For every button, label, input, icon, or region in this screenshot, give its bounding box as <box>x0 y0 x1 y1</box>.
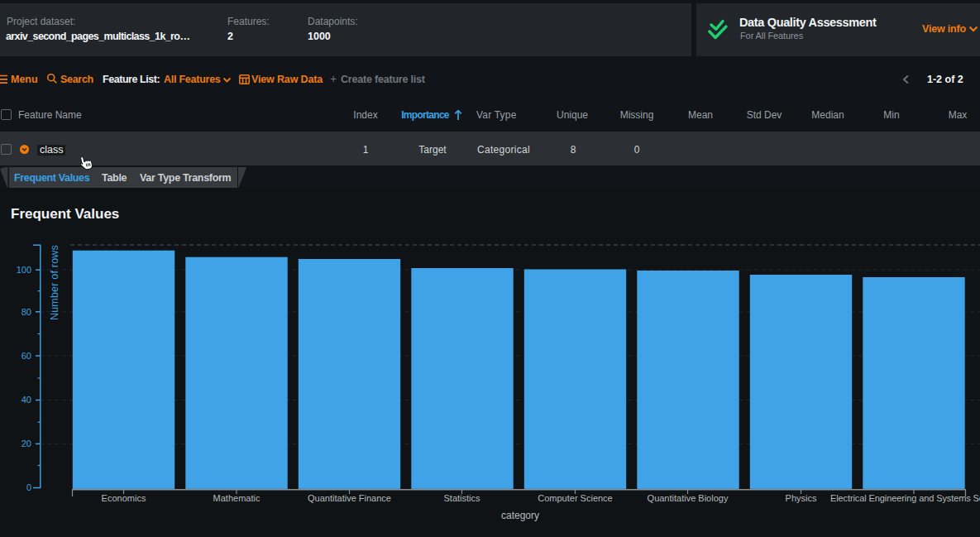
svg-text:Electrical Engineering and Sys: Electrical Engineering and Systems Scien… <box>830 493 980 503</box>
svg-text:40: 40 <box>22 395 31 405</box>
svg-text:Quantitative Finance: Quantitative Finance <box>308 493 391 503</box>
svg-text:80: 80 <box>22 307 31 317</box>
svg-text:Quantitative Biology: Quantitative Biology <box>648 493 729 503</box>
svg-text:20: 20 <box>22 439 31 448</box>
svg-text:Statistics: Statistics <box>443 493 480 503</box>
svg-text:60: 60 <box>22 351 31 361</box>
svg-text:0: 0 <box>26 482 31 492</box>
svg-text:100: 100 <box>17 265 31 275</box>
svg-text:Mathematic: Mathematic <box>213 493 261 503</box>
svg-text:Computer Science: Computer Science <box>538 493 613 503</box>
svg-text:Physics: Physics <box>786 493 817 503</box>
svg-text:Number of rows: Number of rows <box>49 245 60 320</box>
svg-text:Economics: Economics <box>102 493 146 503</box>
svg-text:category: category <box>501 510 539 521</box>
